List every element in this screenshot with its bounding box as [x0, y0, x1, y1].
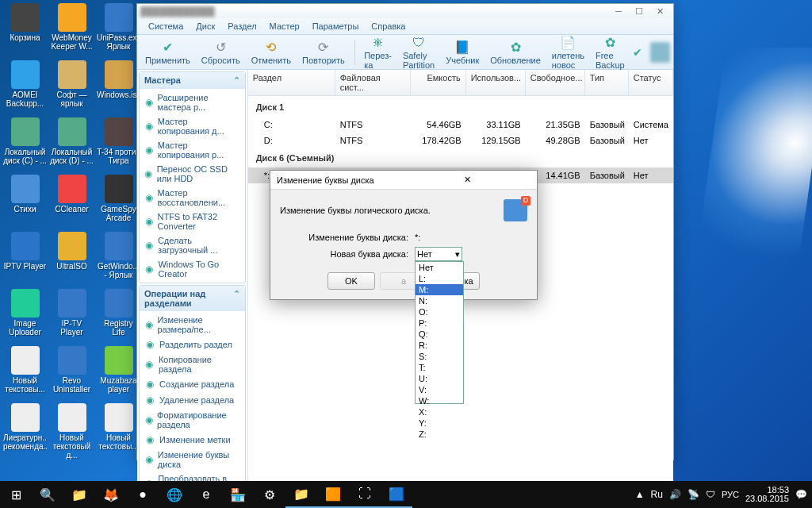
combo-option[interactable]: N: — [416, 295, 463, 306]
taskbar-app[interactable]: ⚙ — [254, 481, 285, 508]
notifications-icon[interactable]: 💬 — [795, 489, 807, 500]
toolbar-button[interactable]: ✔Применить — [140, 38, 195, 67]
desktop-icon[interactable]: Софт — ярлык — [50, 60, 94, 108]
desktop-icon[interactable]: UltraISO — [50, 232, 94, 279]
desktop-icon[interactable]: GetWindo... - Ярлык — [97, 232, 140, 279]
taskbar-app[interactable]: 📁 — [63, 481, 95, 508]
desktop-icon[interactable]: Стихи — [3, 175, 47, 222]
collapse-icon[interactable]: ⌃ — [233, 289, 240, 308]
taskbar-app[interactable]: 🌐 — [159, 481, 190, 508]
desktop-icon[interactable]: AOMEI Backupp... — [3, 60, 47, 108]
combo-option[interactable]: R: — [416, 340, 463, 351]
desktop-icon[interactable]: Корзина — [3, 3, 47, 51]
desktop-icon[interactable]: UniPass.exe Ярлык — [97, 3, 140, 51]
column-header[interactable]: Тип — [585, 70, 629, 95]
combo-option[interactable]: Y: — [416, 418, 463, 429]
toolbar-button[interactable]: 🛡Safely Partition — [398, 33, 439, 71]
sidebar-item[interactable]: ◉Мастер восстановлени... — [140, 186, 245, 210]
taskbar-app[interactable]: 🟦 — [381, 481, 412, 508]
partition-row[interactable]: C:NTFS54.46GB33.11GB21.35GBБазовыйСистем… — [248, 117, 673, 133]
tray-icon[interactable]: 🛡 — [706, 489, 715, 500]
sidebar-item[interactable]: ◉Windows To Go Creator — [140, 257, 245, 281]
desktop-icon[interactable]: IP-TV Player — [50, 289, 94, 337]
sidebar-item[interactable]: ◉Удаление раздела — [140, 392, 245, 408]
desktop-icon[interactable]: Лиературн... рекоменда... — [3, 403, 47, 460]
desktop-icon[interactable]: WebMoney Keeper W... — [50, 3, 94, 51]
new-letter-combo[interactable]: Нет ▾ НетL:M:N:O:P:Q:R:S:T:U:V:W:X:Y:Z: — [415, 247, 462, 261]
taskbar-app[interactable]: 🏪 — [222, 481, 254, 508]
clock[interactable]: 18:53 23.08.2015 — [745, 486, 789, 503]
desktop-icon[interactable]: T-34 против Тигра — [97, 117, 140, 165]
sidebar-item[interactable]: ◉Изменение буквы диска — [140, 448, 245, 471]
desktop-icon[interactable]: Новый текстовы... — [97, 403, 140, 460]
collapse-icon[interactable]: ⌃ — [233, 75, 240, 86]
toolbar-button[interactable]: 📄илетень новос — [547, 33, 589, 71]
desktop-icon[interactable]: Новый текстовы... — [3, 346, 47, 394]
combo-option[interactable]: S: — [416, 351, 463, 362]
toolbar-button[interactable]: ↺Сбросить — [197, 38, 245, 67]
desktop-icon[interactable]: Локальный диск (C) - ... — [3, 117, 47, 165]
tray-icon[interactable]: 🔊 — [669, 489, 681, 500]
desktop-icon[interactable]: Windows.isc — [97, 60, 140, 108]
desktop-icon[interactable]: Image Uploader — [3, 289, 47, 337]
sidebar-item[interactable]: ◉Изменение метки — [140, 432, 245, 448]
menu-item[interactable]: Параметры — [306, 18, 366, 34]
maximize-button[interactable]: ☐ — [629, 4, 649, 18]
column-header[interactable]: Статус — [629, 70, 673, 95]
language-indicator[interactable]: РУС — [722, 490, 739, 499]
operations-panel-head[interactable]: Операции над разделами ⌃ — [140, 286, 245, 311]
toolbar-button[interactable]: ✿Обновление — [485, 38, 546, 67]
toolbar-button[interactable]: ✿Free Backup — [591, 33, 630, 71]
combo-option[interactable]: V: — [416, 384, 463, 395]
taskbar-app[interactable]: ⊞ — [0, 481, 32, 508]
user-avatar[interactable] — [650, 42, 670, 63]
tray-icon[interactable]: Ru — [651, 489, 663, 500]
toolbar-button[interactable]: ⟲Отменить — [247, 38, 296, 67]
wizards-panel-head[interactable]: Мастера ⌃ — [140, 72, 245, 89]
column-header[interactable]: Свободное... — [526, 70, 585, 95]
taskbar-app[interactable]: e — [190, 481, 222, 508]
sidebar-item[interactable]: ◉Мастер копирования д... — [140, 114, 245, 138]
toolbar-button[interactable]: ⛯Перез-ка — [359, 33, 396, 71]
sidebar-item[interactable]: ◉Разделить раздел — [140, 337, 245, 352]
column-header[interactable]: Файловая сист... — [335, 70, 411, 95]
tray-icon[interactable]: ▲ — [635, 489, 645, 500]
desktop-icon[interactable]: Muzabaza player — [97, 346, 140, 394]
combo-option[interactable]: X: — [416, 406, 463, 418]
taskbar-app[interactable]: 🔍 — [32, 481, 63, 508]
sidebar-item[interactable]: ◉NTFS to FAT32 Converter — [140, 210, 245, 233]
sidebar-item[interactable]: ◉Форматирование раздела — [140, 408, 245, 432]
close-button[interactable]: ✕ — [649, 4, 670, 18]
ok-button[interactable]: OK — [327, 272, 375, 290]
desktop-icon[interactable]: IPTV Player — [3, 232, 47, 279]
dialog-close-button[interactable]: ✕ — [404, 175, 530, 185]
taskbar-app[interactable]: 📁 — [285, 481, 317, 508]
combo-option[interactable]: Нет — [416, 262, 463, 273]
menu-item[interactable]: Система — [142, 18, 190, 34]
column-header[interactable]: Емкость — [411, 70, 466, 95]
combo-option[interactable]: T: — [416, 362, 463, 373]
sidebar-item[interactable]: ◉Копирование раздела — [140, 352, 245, 376]
toolbar-button[interactable]: 📘Учебник — [441, 38, 484, 67]
combo-option[interactable]: W: — [416, 395, 463, 406]
taskbar-app[interactable]: ● — [127, 481, 159, 508]
combo-option[interactable]: O: — [416, 306, 463, 318]
taskbar-app[interactable]: ⛶ — [349, 481, 381, 508]
menu-item[interactable]: Диск — [190, 18, 221, 34]
sidebar-item[interactable]: ◉Мастер копирования р... — [140, 138, 245, 162]
desktop-icon[interactable]: Registry Life — [97, 289, 140, 337]
sidebar-item[interactable]: ◉Изменение размера/пе... — [140, 313, 245, 337]
desktop-icon[interactable]: Новый текстовый д... — [50, 403, 94, 460]
column-header[interactable]: Использов... — [466, 70, 526, 95]
sidebar-item[interactable]: ◉Перенос ОС SSD или HDD — [140, 162, 245, 186]
desktop-icon[interactable]: GameSpy Arcade — [97, 175, 140, 222]
desktop-icon[interactable]: Revo Uninstaller — [50, 346, 94, 394]
sidebar-item[interactable]: ◉Расширение мастера р... — [140, 90, 245, 114]
taskbar-app[interactable]: 🟧 — [317, 481, 349, 508]
combo-option[interactable]: L: — [416, 273, 463, 284]
combo-option[interactable]: P: — [416, 318, 463, 329]
combo-option[interactable]: Z: — [416, 429, 463, 440]
desktop-icon[interactable]: Локальный диск (D) - ... — [50, 117, 94, 165]
menu-item[interactable]: Мастер — [263, 18, 306, 34]
menu-item[interactable]: Справка — [365, 18, 412, 34]
